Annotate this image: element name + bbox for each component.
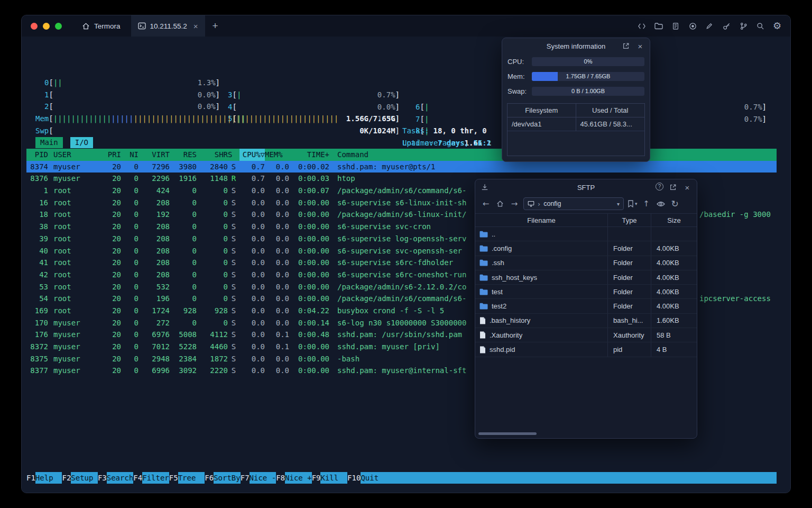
column-cpu-sorted[interactable]: CPU%▽ <box>239 149 265 161</box>
screen-tab-io[interactable]: I/O <box>70 137 93 148</box>
open-external-icon[interactable] <box>621 41 631 51</box>
minimize-window-button[interactable] <box>43 23 50 30</box>
file-name: .config <box>492 244 512 252</box>
function-key[interactable]: F2Setup <box>62 472 97 484</box>
pencil-icon[interactable] <box>705 21 714 31</box>
column-mem[interactable]: MEM% <box>265 149 289 161</box>
column-virt[interactable]: VIRT <box>139 149 170 161</box>
mem-usage-bar: 1.75GB / 7.65GB <box>532 72 644 81</box>
file-type <box>608 227 651 241</box>
filesystem-name: /dev/vda1 <box>508 117 576 131</box>
gear-icon[interactable]: ⚙ <box>772 21 782 31</box>
search-icon[interactable] <box>755 21 765 31</box>
tab-bar: Termora 10.211.55.2 × + <box>22 15 790 37</box>
file-size: 4.00KB <box>651 241 697 255</box>
function-key[interactable]: F8Nice + <box>276 472 311 484</box>
file-type: Folder <box>608 270 651 284</box>
tab-close-icon[interactable]: × <box>193 22 198 31</box>
screen-tab-main[interactable]: Main <box>35 137 63 148</box>
file-row[interactable]: .ssh Folder 4.00KB <box>475 256 697 270</box>
file-name: .bash_history <box>490 316 530 324</box>
column-size[interactable]: Size <box>651 214 697 226</box>
refresh-icon[interactable]: ↻ <box>670 198 680 209</box>
file-row[interactable]: .. <box>475 227 697 241</box>
file-row[interactable]: .config Folder 4.00KB <box>475 241 697 256</box>
download-icon[interactable] <box>480 183 490 192</box>
file-row[interactable]: ssh_host_keys Folder 4.00KB <box>475 270 697 285</box>
sftp-file-list: .. .config Folder 4.00KB .ssh Folder 4. <box>475 227 697 357</box>
eye-icon[interactable] <box>656 198 666 209</box>
file-row[interactable]: test2 Folder 4.00KB <box>475 299 697 313</box>
log-file-icon[interactable] <box>671 21 680 31</box>
column-user[interactable]: USER <box>48 149 97 161</box>
process-row[interactable]: 8374 myuser 20 0 7296 3980 2840 S 0.7 0.… <box>26 161 777 173</box>
sysinfo-header: System information × <box>502 38 650 54</box>
column-filesystem: Filesystem <box>508 104 576 117</box>
sftp-table-header: Filename Type Size <box>475 213 697 227</box>
home-tab[interactable]: Termora <box>71 15 131 37</box>
upload-icon[interactable]: ↑ <box>641 198 652 209</box>
column-time[interactable]: TIME+ <box>289 149 329 161</box>
file-name: .. <box>492 230 495 238</box>
function-key[interactable]: F3Search <box>98 472 133 484</box>
file-size: 4.00KB <box>651 285 697 298</box>
breadcrumb-folder: config <box>543 200 561 207</box>
file-name: test2 <box>492 302 506 310</box>
home-tab-label: Termora <box>94 22 121 30</box>
file-row[interactable]: test Folder 4.00KB <box>475 285 697 299</box>
file-icon <box>479 346 486 353</box>
column-state[interactable]: S <box>228 149 239 161</box>
function-key[interactable]: F9Kill <box>312 472 347 484</box>
column-pid[interactable]: PID <box>26 149 48 161</box>
caret-down-icon: ▾ <box>635 201 638 206</box>
function-key[interactable]: F10Quit <box>347 472 387 484</box>
folder-icon[interactable] <box>654 21 663 31</box>
file-row[interactable]: .bash_history bash_hi... 1.60KB <box>475 314 697 328</box>
function-key[interactable]: F1Help <box>26 472 62 484</box>
close-icon[interactable]: × <box>635 41 645 51</box>
horizontal-scrollbar[interactable] <box>477 432 695 436</box>
close-window-button[interactable] <box>31 23 38 30</box>
function-key[interactable]: F7Nice - <box>241 472 276 484</box>
new-tab-button[interactable]: + <box>205 20 226 32</box>
open-external-icon[interactable] <box>668 183 678 192</box>
function-key[interactable]: F4Filter <box>133 472 169 484</box>
column-res[interactable]: RES <box>170 149 197 161</box>
home-icon[interactable] <box>495 198 505 209</box>
scrollbar-thumb[interactable] <box>478 432 537 435</box>
column-pri[interactable]: PRI <box>97 149 121 161</box>
swap-meter: Swp[0K/1024M] <box>35 125 400 137</box>
forward-icon[interactable]: → <box>509 198 520 209</box>
column-filename[interactable]: Filename <box>475 214 608 226</box>
column-shr[interactable]: SHR <box>197 149 228 161</box>
chevron-down-icon[interactable]: ▾ <box>617 201 620 207</box>
git-branch-icon[interactable] <box>739 21 748 31</box>
function-key[interactable]: F5Tree <box>169 472 205 484</box>
sftp-header: SFTP ? × <box>475 179 697 195</box>
key-icon[interactable] <box>722 21 731 31</box>
folder-icon <box>479 303 488 310</box>
file-icon <box>479 317 486 324</box>
record-icon[interactable] <box>688 21 697 31</box>
file-name: .Xauthority <box>490 331 522 339</box>
zoom-window-button[interactable] <box>55 23 62 30</box>
file-row[interactable]: .Xauthority Xauthority 58 B <box>475 328 697 342</box>
column-type[interactable]: Type <box>608 214 651 226</box>
file-type: Folder <box>608 285 651 298</box>
window-toolbar: ⚙ <box>637 21 790 31</box>
file-name: .ssh <box>492 259 504 267</box>
file-size: 4.00KB <box>651 270 697 284</box>
file-row[interactable]: sshd.pid pid 4 B <box>475 342 697 357</box>
app-window: Termora 10.211.55.2 × + <box>21 15 791 493</box>
column-ni[interactable]: NI <box>121 149 139 161</box>
function-bar-filler <box>387 472 777 484</box>
help-icon[interactable]: ? <box>656 183 663 190</box>
bookmark-button[interactable]: ▾ <box>628 200 638 207</box>
back-icon[interactable]: ← <box>481 198 491 209</box>
code-icon[interactable] <box>637 21 647 31</box>
close-icon[interactable]: × <box>682 183 692 192</box>
path-breadcrumb[interactable]: › config ▾ <box>523 197 624 210</box>
function-key[interactable]: F6SortBy <box>205 472 240 484</box>
folder-icon <box>479 245 488 252</box>
terminal-tab-active[interactable]: 10.211.55.2 × <box>131 15 205 37</box>
